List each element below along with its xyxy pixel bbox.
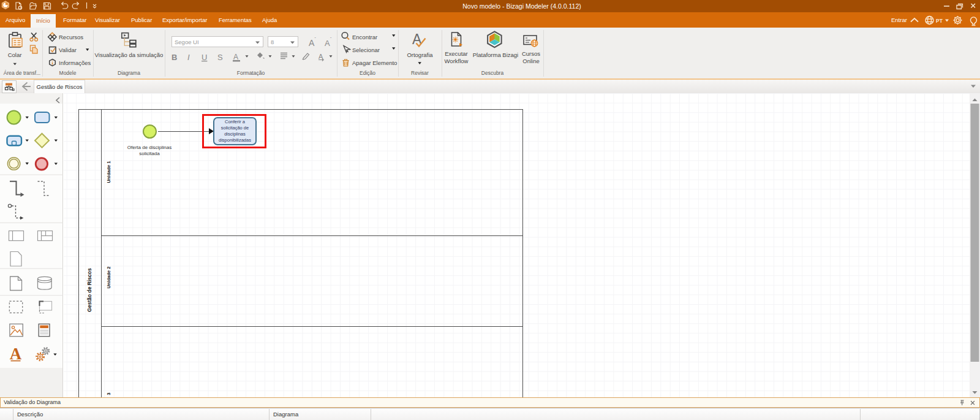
- svg-text:ˇ: ˇ: [330, 37, 332, 41]
- svg-text:I: I: [187, 53, 190, 62]
- svg-text:U: U: [202, 53, 207, 62]
- svg-text:A: A: [325, 39, 330, 48]
- svg-text:S: S: [217, 53, 223, 62]
- svg-text:ˆ: ˆ: [315, 37, 317, 41]
- svg-text:A: A: [10, 345, 22, 363]
- svg-text:A: A: [233, 53, 238, 61]
- svg-text:A: A: [309, 38, 315, 48]
- svg-text:B: B: [172, 53, 177, 62]
- svg-text:PT: PT: [936, 18, 943, 24]
